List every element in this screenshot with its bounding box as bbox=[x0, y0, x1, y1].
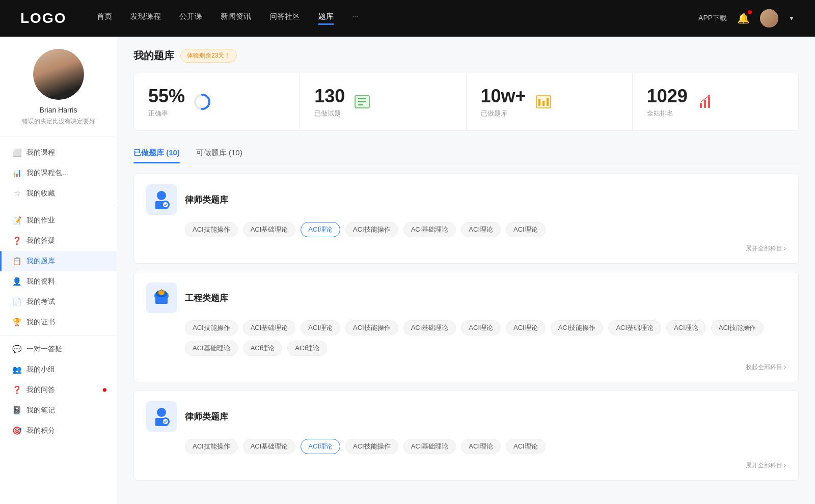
tag[interactable]: ACI基础理论 bbox=[243, 439, 296, 454]
card-icon-lawyer2 bbox=[146, 401, 177, 432]
tab-done-banks[interactable]: 已做题库 (10) bbox=[133, 143, 180, 163]
sidebar-item-oneone[interactable]: 💬 一对一答疑 bbox=[0, 339, 117, 359]
ranking-icon bbox=[696, 93, 714, 111]
card-icon-lawyer bbox=[146, 184, 177, 215]
sidebar-item-courses[interactable]: ⬜ 我的课程 bbox=[0, 143, 117, 163]
questionbank-icon: 📋 bbox=[12, 257, 21, 266]
svg-rect-9 bbox=[547, 98, 549, 106]
sidebar-item-label: 我的证书 bbox=[26, 318, 55, 327]
sidebar-item-label: 我的题库 bbox=[26, 257, 55, 266]
tag[interactable]: ACI理论 bbox=[506, 320, 546, 335]
card-header: 律师类题库 bbox=[146, 184, 786, 215]
nav-discover[interactable]: 发现课程 bbox=[130, 12, 161, 25]
tag[interactable]: ACI基础理论 bbox=[403, 320, 456, 335]
tag[interactable]: ACI理论 bbox=[301, 439, 340, 454]
tag[interactable]: ACI基础理论 bbox=[243, 320, 296, 335]
sidebar-item-questionbank[interactable]: 📋 我的题库 bbox=[0, 251, 117, 271]
nav-home[interactable]: 首页 bbox=[97, 12, 112, 25]
nav-questionbank[interactable]: 题库 bbox=[318, 12, 334, 25]
tag[interactable]: ACI基础理论 bbox=[403, 439, 456, 454]
done-banks-value: 10w+ 已做题库 bbox=[481, 86, 526, 118]
tabs: 已做题库 (10) 可做题库 (10) bbox=[133, 143, 799, 163]
tag[interactable]: ACI理论 bbox=[461, 320, 501, 335]
notification-bell[interactable]: 🔔 bbox=[737, 12, 750, 24]
expand-button-lawyer1[interactable]: 展开全部科目 › bbox=[746, 245, 786, 252]
card-title-engineer: 工程类题库 bbox=[185, 292, 228, 304]
bell-icon: 🔔 bbox=[737, 13, 750, 24]
tag[interactable]: ACI技能操作 bbox=[185, 320, 238, 335]
sidebar-item-profile[interactable]: 👤 我的资料 bbox=[0, 271, 117, 292]
ranking-number: 1029 bbox=[647, 86, 688, 107]
sidebar-item-label: 我的课程包... bbox=[26, 169, 68, 178]
card-title-lawyer2: 律师类题库 bbox=[185, 411, 228, 423]
nav-opencourse[interactable]: 公开课 bbox=[179, 12, 202, 25]
ranking-label: 全站排名 bbox=[647, 109, 688, 118]
done-questions-label: 已做试题 bbox=[314, 109, 345, 118]
sidebar-item-qa[interactable]: ❓ 我的答疑 bbox=[0, 231, 117, 251]
done-questions-icon bbox=[353, 93, 371, 111]
done-banks-label: 已做题库 bbox=[481, 109, 526, 118]
stat-ranking: 1029 全站排名 bbox=[633, 73, 798, 130]
navbar: LOGO 首页 发现课程 公开课 新闻资讯 问答社区 题库 ··· APP下载 … bbox=[0, 0, 815, 37]
logo: LOGO bbox=[20, 10, 66, 26]
tag[interactable]: ACI基础理论 bbox=[185, 341, 238, 356]
svg-point-13 bbox=[708, 95, 710, 97]
notification-badge bbox=[748, 10, 752, 14]
tag[interactable]: ACI理论 bbox=[301, 320, 340, 335]
sidebar-item-group[interactable]: 👥 我的小组 bbox=[0, 359, 117, 380]
tag[interactable]: ACI技能操作 bbox=[185, 439, 238, 454]
tag[interactable]: ACI技能操作 bbox=[711, 320, 764, 335]
sidebar-item-label: 我的笔记 bbox=[26, 406, 55, 415]
svg-rect-11 bbox=[704, 100, 706, 108]
tag[interactable]: ACI理论 bbox=[243, 341, 283, 356]
sidebar-item-myqa[interactable]: ❓ 我的问答 bbox=[0, 380, 117, 400]
collapse-button-engineer[interactable]: 收起全部科目 › bbox=[746, 363, 786, 371]
user-menu-chevron[interactable]: ▼ bbox=[789, 15, 795, 22]
exam-icon: 📄 bbox=[12, 297, 21, 306]
sidebar-item-points[interactable]: 🎯 我的积分 bbox=[0, 421, 117, 441]
nav-qa[interactable]: 问答社区 bbox=[269, 12, 300, 25]
accuracy-label: 正确率 bbox=[148, 109, 185, 118]
tag[interactable]: ACI基础理论 bbox=[608, 320, 661, 335]
nav-news[interactable]: 新闻资讯 bbox=[221, 12, 251, 25]
svg-point-23 bbox=[157, 408, 166, 417]
card-footer-lawyer1: 展开全部科目 › bbox=[146, 243, 786, 253]
sidebar-item-label: 我的资料 bbox=[26, 277, 55, 286]
tag[interactable]: ACI理论 bbox=[506, 439, 546, 454]
app-download-button[interactable]: APP下载 bbox=[698, 14, 727, 23]
card-tags-lawyer1: ACI技能操作 ACI基础理论 ACI理论 ACI技能操作 ACI基础理论 AC… bbox=[146, 222, 786, 237]
tag[interactable]: ACI技能操作 bbox=[345, 222, 398, 237]
sidebar-item-notes[interactable]: 📓 我的笔记 bbox=[0, 400, 117, 421]
sidebar-item-favorites[interactable]: ☆ 我的收藏 bbox=[0, 183, 117, 204]
tag[interactable]: ACI理论 bbox=[461, 439, 501, 454]
tag[interactable]: ACI理论 bbox=[666, 320, 706, 335]
svg-rect-8 bbox=[542, 101, 545, 106]
nav-more[interactable]: ··· bbox=[352, 12, 359, 25]
tag[interactable]: ACI理论 bbox=[287, 341, 327, 356]
notes-icon: 📓 bbox=[12, 406, 21, 415]
expand-button-lawyer2[interactable]: 展开全部科目 › bbox=[746, 462, 786, 469]
user-avatar[interactable] bbox=[760, 9, 778, 27]
sidebar-item-exam[interactable]: 📄 我的考试 bbox=[0, 292, 117, 312]
sidebar-item-certificate[interactable]: 🏆 我的证书 bbox=[0, 312, 117, 332]
tag[interactable]: ACI基础理论 bbox=[403, 222, 456, 237]
main-content: 我的题库 体验剩余23天！ 55% 正确率 130 bbox=[117, 37, 815, 504]
points-icon: 🎯 bbox=[12, 426, 21, 435]
tag[interactable]: ACI理论 bbox=[506, 222, 546, 237]
tab-available-banks[interactable]: 可做题库 (10) bbox=[196, 143, 242, 163]
card-lawyer-1: 律师类题库 ACI技能操作 ACI基础理论 ACI理论 ACI技能操作 ACI基… bbox=[133, 174, 799, 264]
nav-right: APP下载 🔔 ▼ bbox=[698, 9, 795, 27]
tag[interactable]: ACI技能操作 bbox=[345, 439, 398, 454]
sidebar-item-label: 我的积分 bbox=[26, 426, 55, 435]
sidebar-item-coursepack[interactable]: 📊 我的课程包... bbox=[0, 163, 117, 183]
done-questions-value: 130 已做试题 bbox=[314, 86, 345, 118]
sidebar-item-label: 我的问答 bbox=[26, 385, 55, 395]
sidebar-item-homework[interactable]: 📝 我的作业 bbox=[0, 210, 117, 231]
tag[interactable]: ACI技能操作 bbox=[345, 320, 398, 335]
tag[interactable]: ACI基础理论 bbox=[243, 222, 296, 237]
tag[interactable]: ACI技能操作 bbox=[551, 320, 604, 335]
tag[interactable]: ACI理论 bbox=[461, 222, 501, 237]
tag[interactable]: ACI理论 bbox=[301, 222, 340, 237]
svg-point-14 bbox=[157, 191, 166, 200]
tag[interactable]: ACI技能操作 bbox=[185, 222, 238, 237]
